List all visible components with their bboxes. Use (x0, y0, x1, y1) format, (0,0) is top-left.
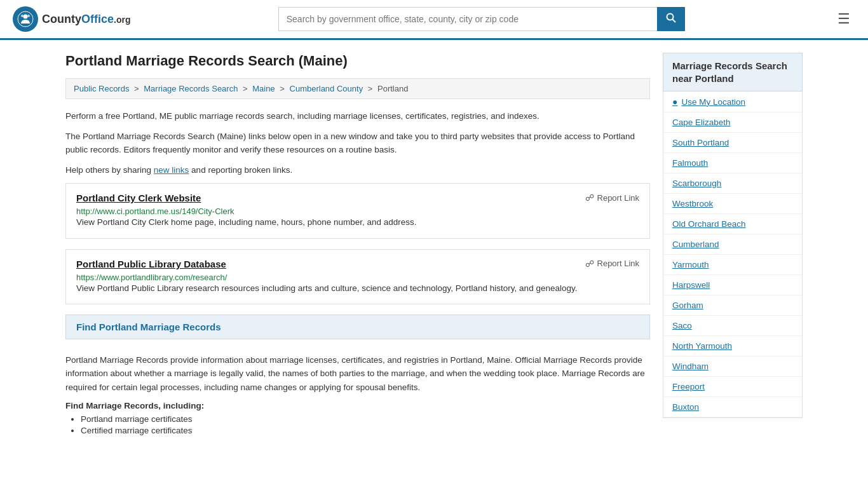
search-button[interactable] (657, 7, 685, 31)
sidebar: Marriage Records Search near Portland ● … (663, 53, 803, 437)
find-section-heading: Find Portland Marriage Records (76, 322, 639, 332)
sidebar-use-location-label: Use My Location (681, 97, 745, 107)
sidebar-item-harpswell[interactable]: Harpswell (663, 275, 802, 295)
sidebar-item-gorham[interactable]: Gorham (663, 295, 802, 316)
result-title-1[interactable]: Portland City Clerk Website (76, 193, 201, 203)
sidebar-item-yarmouth[interactable]: Yarmouth (663, 255, 802, 275)
sidebar-item-westbrook[interactable]: Westbrook (663, 194, 802, 214)
find-section: Find Portland Marriage Records (65, 315, 650, 339)
breadcrumb-maine[interactable]: Maine (252, 84, 275, 93)
new-links-link[interactable]: new links (154, 165, 189, 175)
sidebar-item-south-portland[interactable]: South Portland (663, 133, 802, 153)
content-area: Portland Marriage Records Search (Maine)… (65, 53, 650, 437)
hamburger-menu-button[interactable]: ☰ (832, 8, 855, 30)
sidebar-item-old-orchard-beach[interactable]: Old Orchard Beach (663, 214, 802, 234)
svg-point-4 (667, 14, 673, 20)
result-url-2[interactable]: https://www.portlandlibrary.com/research… (76, 273, 227, 282)
svg-point-3 (27, 15, 30, 17)
main-container: Portland Marriage Records Search (Maine)… (53, 40, 815, 437)
svg-point-0 (18, 11, 33, 27)
report-icon-1: ☍ (585, 193, 594, 203)
breadcrumb-sep-4: > (368, 84, 373, 93)
logo[interactable]: CountyOffice.org (13, 6, 130, 32)
breadcrumb-cumberland-county[interactable]: Cumberland County (290, 84, 363, 93)
report-link-1[interactable]: ☍ Report Link (585, 193, 639, 203)
report-icon-2: ☍ (585, 259, 594, 269)
sidebar-item-cumberland[interactable]: Cumberland (663, 234, 802, 255)
sidebar-item-falmouth[interactable]: Falmouth (663, 153, 802, 173)
report-link-label-1: Report Link (597, 193, 639, 203)
location-pin-icon: ● (672, 97, 677, 107)
intro-line2: The Portland Marriage Records Search (Ma… (65, 130, 650, 157)
breadcrumb-sep-3: > (280, 84, 285, 93)
intro-line3-post: and reporting broken links. (189, 165, 292, 175)
sidebar-item-buxton[interactable]: Buxton (663, 397, 802, 417)
breadcrumb-sep-1: > (134, 84, 139, 93)
find-list-item-1: Portland marriage certificates (81, 414, 650, 424)
page-title: Portland Marriage Records Search (Maine) (65, 53, 650, 69)
search-input[interactable] (278, 7, 657, 31)
result-url-1[interactable]: http://www.ci.portland.me.us/149/City-Cl… (76, 207, 234, 216)
sidebar-item-freeport[interactable]: Freeport (663, 377, 802, 397)
result-desc-1: View Portland City Clerk home page, incl… (76, 216, 639, 229)
svg-point-2 (21, 15, 24, 17)
sidebar-item-cape-elizabeth[interactable]: Cape Elizabeth (663, 112, 802, 133)
sidebar-item-windham[interactable]: Windham (663, 356, 802, 377)
svg-line-5 (672, 20, 675, 23)
result-card-2: Portland Public Library Database ☍ Repor… (65, 249, 650, 304)
sidebar-item-saco[interactable]: Saco (663, 316, 802, 336)
report-link-label-2: Report Link (597, 259, 639, 268)
sidebar-item-scarborough[interactable]: Scarborough (663, 173, 802, 194)
result-card-1: Portland City Clerk Website ☍ Report Lin… (65, 183, 650, 238)
result-desc-2: View Portland Public Library research re… (76, 282, 639, 295)
intro-line1: Perform a free Portland, ME public marri… (65, 109, 650, 123)
report-link-2[interactable]: ☍ Report Link (585, 259, 639, 269)
result-header-2: Portland Public Library Database ☍ Repor… (76, 259, 639, 269)
breadcrumb-portland: Portland (377, 84, 408, 93)
sidebar-item-north-yarmouth[interactable]: North Yarmouth (663, 336, 802, 356)
sidebar-title: Marriage Records Search near Portland (663, 53, 803, 92)
find-section-desc: Portland Marriage Records provide inform… (65, 347, 650, 395)
intro-line3: Help others by sharing new links and rep… (65, 163, 650, 177)
logo-text: CountyOffice.org (42, 13, 130, 26)
result-header-1: Portland City Clerk Website ☍ Report Lin… (76, 193, 639, 203)
sidebar-use-my-location[interactable]: ● Use My Location (663, 92, 802, 112)
find-list: Portland marriage certificates Certified… (65, 414, 650, 435)
site-header: CountyOffice.org ☰ (0, 0, 868, 40)
find-including-label: Find Marriage Records, including: (65, 401, 650, 410)
breadcrumb-marriage-records-search[interactable]: Marriage Records Search (144, 84, 238, 93)
result-title-2[interactable]: Portland Public Library Database (76, 259, 226, 269)
breadcrumb: Public Records > Marriage Records Search… (65, 78, 650, 99)
logo-icon (13, 6, 38, 32)
find-list-item-2: Certified marriage certificates (81, 426, 650, 435)
breadcrumb-sep-2: > (243, 84, 248, 93)
sidebar-content: ● Use My Location Cape Elizabeth South P… (663, 92, 803, 418)
svg-point-1 (24, 15, 28, 19)
breadcrumb-public-records[interactable]: Public Records (74, 84, 129, 93)
search-bar (278, 7, 685, 31)
intro-line3-pre: Help others by sharing (65, 165, 154, 175)
